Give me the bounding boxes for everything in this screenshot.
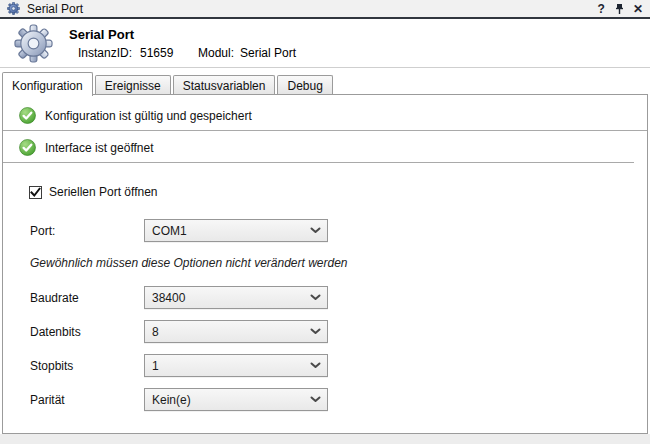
datenbits-select[interactable]: 8 — [144, 320, 328, 343]
chevron-down-icon — [310, 227, 321, 234]
tab-konfiguration[interactable]: Konfiguration — [2, 72, 93, 96]
separator — [3, 130, 647, 131]
window-bottom-gutter — [0, 434, 650, 444]
datenbits-value: 8 — [152, 325, 310, 339]
check-circle-icon — [19, 139, 36, 156]
instance-header: Serial Port InstanzID: 51659 Modul: Seri… — [0, 19, 650, 68]
gear-icon — [14, 24, 53, 67]
baudrate-value: 38400 — [152, 291, 310, 305]
chevron-down-icon — [310, 362, 321, 369]
status-message: Konfiguration ist gültig und gespeichert — [45, 109, 252, 123]
open-serial-port-checkbox[interactable]: Seriellen Port öffnen — [29, 185, 158, 199]
pin-icon[interactable] — [614, 3, 624, 15]
tab-ereignisse[interactable]: Ereignisse — [95, 75, 171, 95]
close-icon[interactable]: ✕ — [633, 3, 643, 15]
status-row: Konfiguration ist gültig und gespeichert — [19, 107, 252, 124]
checkbox-checked[interactable] — [29, 186, 42, 199]
module-label: Modul: — [198, 46, 234, 60]
tab-debug[interactable]: Debug — [277, 75, 332, 95]
status-message: Interface ist geöffnet — [45, 141, 154, 155]
help-icon[interactable]: ? — [598, 3, 605, 15]
check-circle-icon — [19, 107, 36, 124]
datenbits-label: Datenbits — [30, 325, 81, 339]
tab-statusvariablen[interactable]: Statusvariablen — [173, 75, 276, 95]
paritaet-value: Kein(e) — [152, 393, 310, 407]
status-row: Interface ist geöffnet — [19, 139, 154, 156]
port-select[interactable]: COM1 — [144, 219, 328, 242]
separator — [3, 162, 634, 163]
stopbits-select[interactable]: 1 — [144, 354, 328, 377]
paritaet-label: Parität — [30, 393, 65, 407]
baudrate-select[interactable]: 38400 — [144, 286, 328, 309]
tab-bar: Konfiguration Ereignisse Statusvariablen… — [0, 68, 650, 95]
stopbits-value: 1 — [152, 359, 310, 373]
instance-id-label: InstanzID: — [78, 46, 132, 60]
chevron-down-icon — [310, 396, 321, 403]
module-value: Serial Port — [240, 46, 296, 60]
instance-id-value: 51659 — [140, 46, 173, 60]
window-title: Serial Port — [27, 2, 598, 16]
port-value: COM1 — [152, 224, 310, 238]
chevron-down-icon — [310, 328, 321, 335]
chevron-down-icon — [310, 294, 321, 301]
window-titlebar: Serial Port ? ✕ — [0, 0, 650, 19]
page-title: Serial Port — [69, 27, 134, 42]
checkbox-label: Seriellen Port öffnen — [49, 185, 158, 199]
options-hint-text: Gewöhnlich müssen diese Optionen nicht v… — [30, 256, 348, 270]
paritaet-select[interactable]: Kein(e) — [144, 388, 328, 411]
baudrate-label: Baudrate — [30, 291, 79, 305]
stopbits-label: Stopbits — [30, 359, 73, 373]
konfiguration-panel: Konfiguration ist gültig und gespeichert… — [2, 94, 648, 434]
gear-icon — [7, 2, 20, 15]
port-label: Port: — [30, 224, 55, 238]
